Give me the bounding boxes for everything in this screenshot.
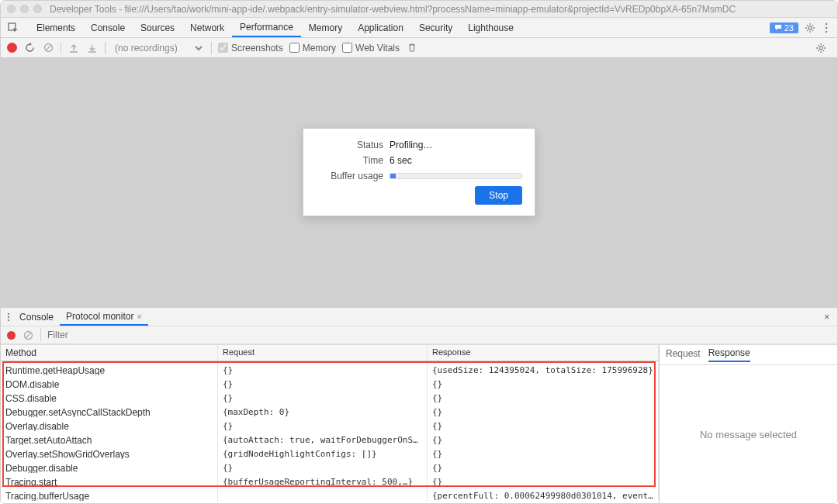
drawer-tab-bar: Console Protocol monitor× × — [1, 307, 837, 326]
drawer-more-icon[interactable] — [4, 312, 13, 322]
status-label: Status — [316, 140, 390, 150]
protocol-filter-input[interactable] — [47, 330, 831, 340]
col-header-method[interactable]: Method — [1, 345, 218, 361]
messages-count: 23 — [784, 23, 794, 33]
status-value: Profiling… — [390, 140, 432, 150]
svg-point-8 — [8, 312, 9, 314]
messages-badge[interactable]: 23 — [770, 22, 798, 33]
screenshots-checkbox[interactable]: Screenshots — [218, 43, 283, 54]
svg-point-1 — [809, 26, 812, 29]
performance-canvas: Status Profiling… Time 6 sec Buffer usag… — [1, 58, 837, 307]
tab-console[interactable]: Console — [83, 18, 133, 37]
svg-line-6 — [46, 45, 51, 50]
buffer-label: Buffer usage — [316, 171, 390, 181]
close-window-button[interactable] — [7, 5, 16, 13]
protocol-table[interactable]: Method Request Response Runtime.getHeapU… — [1, 345, 659, 503]
recordings-select[interactable]: (no recordings) — [112, 42, 205, 54]
inspect-element-icon[interactable] — [7, 22, 19, 34]
memory-checkbox[interactable]: Memory — [289, 43, 336, 54]
svg-point-9 — [8, 316, 9, 317]
svg-point-10 — [8, 319, 9, 320]
devtools-tabs: ElementsConsoleSourcesNetworkPerformance… — [29, 18, 521, 37]
devtools-main-toolbar: ElementsConsoleSourcesNetworkPerformance… — [1, 18, 837, 38]
tab-lighthouse[interactable]: Lighthouse — [460, 18, 521, 37]
side-tab-response[interactable]: Response — [708, 347, 750, 362]
protocol-row[interactable]: Tracing.bufferUsage{percentFull: 0.00062… — [1, 487, 659, 501]
protocol-row[interactable]: Runtime.getHeapUsage{}{usedSize: 1243950… — [1, 361, 659, 375]
tab-sources[interactable]: Sources — [133, 18, 182, 37]
drawer-close-icon[interactable]: × — [819, 312, 834, 323]
col-header-request[interactable]: Request — [218, 345, 428, 361]
profiling-dialog: Status Profiling… Time 6 sec Buffer usag… — [303, 128, 535, 216]
tab-security[interactable]: Security — [411, 18, 460, 37]
tab-elements[interactable]: Elements — [29, 18, 83, 37]
webvitals-checkbox[interactable]: Web Vitals — [342, 43, 400, 54]
protocol-row[interactable]: Tracing.start{bufferUsageReportingInterv… — [1, 473, 659, 487]
svg-point-4 — [826, 30, 828, 33]
settings-icon[interactable] — [800, 22, 820, 33]
tab-network[interactable]: Network — [182, 18, 232, 37]
protocol-table-header: Method Request Response — [1, 345, 659, 361]
protocol-row[interactable]: Overlay.setShowGridOverlays{gridNodeHigh… — [1, 445, 659, 459]
protocol-row[interactable]: Target.setAutoAttach{autoAttach: true, w… — [1, 431, 659, 445]
side-tab-request[interactable]: Request — [666, 348, 701, 361]
protocol-row[interactable]: CSS.disable{}{} — [1, 389, 659, 403]
minimize-window-button[interactable] — [20, 5, 29, 13]
window-title: Developer Tools - file:///Users/tao/work… — [50, 4, 736, 15]
window-titlebar: Developer Tools - file:///Users/tao/work… — [1, 1, 837, 18]
drawer-tab-protocol[interactable]: Protocol monitor× — [60, 308, 148, 326]
time-value: 6 sec — [390, 155, 412, 166]
perf-settings-icon[interactable] — [811, 43, 831, 54]
protocol-row[interactable]: Overlay.disable{}{} — [1, 417, 659, 431]
no-message-label: No message selected — [660, 365, 837, 503]
message-icon — [774, 24, 782, 32]
svg-point-3 — [826, 26, 828, 29]
time-label: Time — [316, 155, 390, 166]
close-tab-icon[interactable]: × — [137, 312, 141, 321]
protocol-row[interactable]: Debugger.setAsyncCallStackDepth{maxDepth… — [1, 403, 659, 417]
protocol-clear-icon[interactable] — [22, 329, 34, 341]
record-button[interactable] — [7, 43, 17, 53]
svg-point-7 — [819, 47, 822, 50]
protocol-record-button[interactable] — [7, 331, 16, 340]
clear-icon[interactable] — [42, 42, 54, 54]
traffic-lights — [7, 5, 42, 13]
more-icon[interactable] — [822, 22, 831, 33]
drawer-tab-console[interactable]: Console — [13, 308, 60, 326]
col-header-response[interactable]: Response — [428, 345, 659, 361]
zoom-window-button[interactable] — [33, 5, 42, 13]
tab-memory[interactable]: Memory — [301, 18, 350, 37]
protocol-filter-bar — [1, 326, 837, 344]
protocol-detail-panel: Request Response No message selected — [659, 345, 837, 503]
reload-icon[interactable] — [23, 42, 36, 54]
protocol-row[interactable]: Debugger.disable{}{} — [1, 459, 659, 473]
buffer-progress — [390, 173, 522, 179]
upload-icon[interactable] — [68, 42, 80, 54]
tab-performance[interactable]: Performance — [232, 18, 301, 37]
trash-icon[interactable] — [406, 42, 418, 54]
svg-line-12 — [26, 333, 31, 338]
stop-button[interactable]: Stop — [475, 186, 522, 205]
download-icon[interactable] — [86, 42, 99, 54]
performance-toolbar: (no recordings) Screenshots Memory Web V… — [1, 38, 837, 58]
protocol-row[interactable]: DOM.disable{}{} — [1, 375, 659, 389]
svg-point-2 — [826, 22, 828, 25]
tab-application[interactable]: Application — [350, 18, 411, 37]
protocol-monitor: Method Request Response Runtime.getHeapU… — [1, 344, 837, 503]
